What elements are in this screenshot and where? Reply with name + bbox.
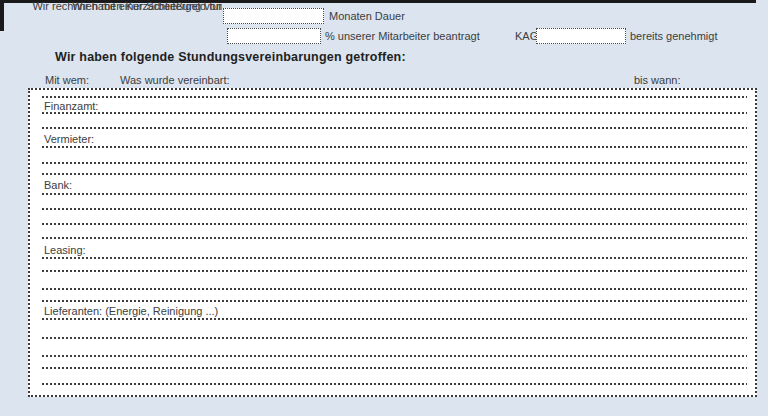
kurzarbeit-suffix: % unserer Mitarbeiter beantragt — [325, 30, 480, 42]
column-header-with-whom: Mit wem: — [45, 74, 89, 86]
writing-line — [42, 173, 747, 175]
section-label-leasing: Leasing: — [44, 244, 86, 256]
section-label-vermieter: Vermieter: — [44, 133, 94, 145]
writing-line — [42, 193, 747, 195]
column-header-until-when: bis wann: — [634, 74, 680, 86]
writing-line — [42, 383, 747, 385]
kurzarbeit-percent-input[interactable] — [227, 28, 321, 44]
writing-line — [42, 318, 747, 320]
writing-line — [42, 223, 747, 225]
writing-line — [42, 288, 747, 290]
writing-line — [42, 208, 747, 210]
writing-line — [42, 355, 747, 357]
writing-line — [42, 127, 747, 129]
closure-suffix: Monaten Dauer — [329, 10, 405, 22]
closure-months-input[interactable] — [223, 8, 324, 24]
kag-label: KAG — [515, 30, 538, 42]
writing-line — [42, 96, 747, 98]
section-label-lieferanten: Lieferanten: (Energie, Reinigung ...) — [44, 305, 218, 317]
writing-line — [42, 300, 747, 302]
kurzarbeit-label: Wir haben Kurzarbeitergeld für — [0, 0, 222, 12]
writing-line — [42, 337, 747, 339]
stundungen-box: Finanzamt: Vermieter: Bank: Leasing: Lie… — [28, 88, 757, 397]
column-header-agreement: Was wurde vereinbart: — [120, 74, 230, 86]
kag-input[interactable] — [536, 28, 626, 44]
writing-line — [42, 270, 747, 272]
section-label-finanzamt: Finanzamt: — [44, 100, 98, 112]
section-heading: Wir haben folgende Stundungsvereinbarung… — [55, 50, 406, 64]
writing-line — [42, 162, 747, 164]
writing-line — [42, 237, 747, 239]
writing-line — [42, 112, 747, 114]
writing-line — [42, 146, 747, 148]
section-label-bank: Bank: — [44, 179, 72, 191]
kag-suffix: bereits genehmigt — [630, 30, 717, 42]
form-page: Wir rechnnen mit einer Schließung von Mo… — [0, 0, 768, 416]
writing-line — [42, 257, 747, 259]
writing-line — [42, 367, 747, 369]
